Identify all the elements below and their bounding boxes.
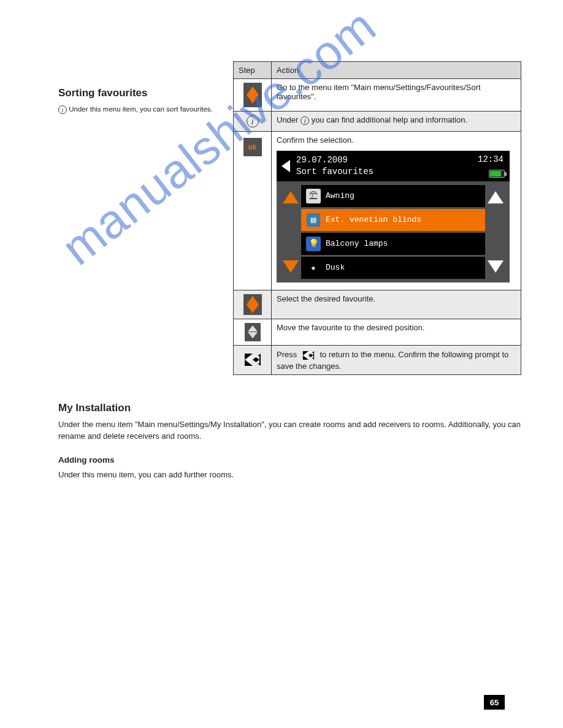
page-content: Sorting favourites i Under this menu ite…: [58, 61, 521, 486]
awning-icon: ⛱: [306, 189, 321, 203]
step-text: Go to the menu item "Main menu/Settings/…: [272, 79, 521, 112]
back-icon: [303, 351, 314, 360]
list-item[interactable]: 💡 Balcony lamps: [301, 233, 485, 255]
heading-sort-favourites: Sorting favourites: [58, 86, 233, 100]
star-icon: ★: [306, 260, 321, 275]
table-row: Select the desired favourite.: [234, 290, 521, 319]
move-arrows-left[interactable]: [280, 185, 301, 279]
list-item[interactable]: ★ Dusk: [301, 257, 485, 279]
back-icon: [245, 354, 261, 366]
updown-button-icon: [243, 294, 262, 315]
blinds-icon: ▤: [306, 213, 321, 227]
scroll-down-icon[interactable]: [488, 260, 504, 273]
item-label: Dusk: [326, 263, 345, 272]
lamp-icon: 💡: [306, 237, 321, 251]
steps-table: Step Action Go to the menu item "Main me…: [233, 61, 521, 375]
page-footer: 65: [0, 695, 563, 710]
heading-my-installation: My Installation: [58, 402, 521, 414]
col-step: Step: [234, 62, 272, 79]
list-item[interactable]: ▤ Ext. venetian blinds: [301, 209, 485, 231]
battery-icon: [489, 170, 505, 178]
subheading-adding-rooms: Adding rooms: [58, 455, 521, 464]
grey-updown-icon: [245, 323, 261, 341]
table-row: i Under i you can find additional help a…: [234, 112, 521, 132]
info-icon: i: [247, 115, 259, 127]
item-label: Awning: [326, 191, 354, 200]
move-up-icon[interactable]: [283, 191, 299, 203]
section-hint: i Under this menu item, you can sort fav…: [58, 104, 233, 114]
info-icon: i: [58, 105, 67, 114]
device-time: 12:34: [478, 154, 504, 164]
my-installation-text: Under the menu item "Main menu/Settings/…: [58, 419, 521, 442]
device-date: 29.07.2009: [296, 155, 348, 165]
info-icon: i: [301, 116, 309, 125]
item-label: Ext. venetian blinds: [326, 215, 421, 224]
ok-button-icon: ok: [243, 138, 262, 156]
step-text: Under i you can find additional help and…: [272, 112, 521, 132]
device-title: Sort favourites: [296, 167, 373, 176]
item-label: Balcony lamps: [326, 239, 388, 248]
move-down-icon[interactable]: [283, 260, 299, 273]
favourites-list: ⛱ Awning ▤ Ext. venetian blinds 💡: [301, 185, 485, 279]
table-row: ok Confirm the selection. 29.07.2009 Sor…: [234, 132, 521, 290]
adding-rooms-text: Under this menu item, you can add furthe…: [58, 469, 521, 481]
table-header-row: Step Action: [234, 62, 521, 79]
col-action: Action: [272, 62, 521, 79]
scroll-arrows-right[interactable]: [485, 185, 506, 279]
device-back-icon[interactable]: [282, 160, 290, 172]
step-text: Confirm the selection.: [277, 135, 516, 145]
updown-button-icon: [243, 83, 262, 107]
table-row: Move the favourite to the desired positi…: [234, 319, 521, 345]
page-number: 65: [484, 695, 505, 710]
table-row: Go to the menu item "Main menu/Settings/…: [234, 79, 521, 112]
step-text: Move the favourite to the desired positi…: [272, 319, 521, 345]
step-text: Select the desired favourite.: [272, 290, 521, 319]
device-screen: 29.07.2009 Sort favourites 12:34: [277, 151, 510, 282]
list-item[interactable]: ⛱ Awning: [301, 185, 485, 207]
table-row: Press to return to the menu. Confirm the…: [234, 345, 521, 374]
scroll-up-icon[interactable]: [488, 191, 504, 203]
hint-text: Under this menu item, you can sort favou…: [69, 105, 213, 113]
step-text: Press to return to the menu. Confirm the…: [272, 345, 521, 374]
